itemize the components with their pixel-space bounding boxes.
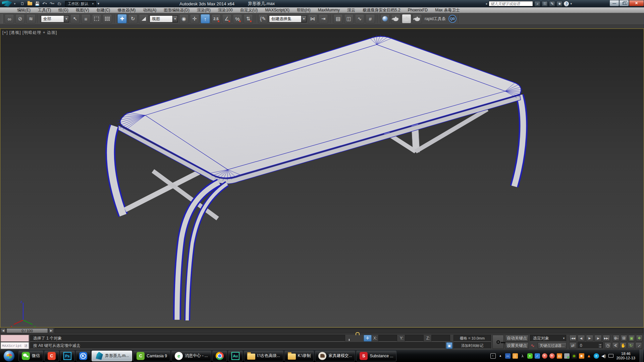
zoom-extents-all-icon[interactable]: ❖ <box>636 335 643 342</box>
selection-region-icon[interactable] <box>92 14 101 23</box>
angle-snap-icon[interactable]: ∠ <box>222 14 231 23</box>
track-bar[interactable] <box>54 328 643 333</box>
bind-to-spacewarp-icon[interactable]: ≋ <box>26 14 36 23</box>
taskbar-clock[interactable]: 18:46 2020-12-13 <box>616 352 635 360</box>
redo-icon[interactable]: ↷▾ <box>48 1 56 7</box>
taskbar-item[interactable]: S Substance ... <box>356 351 396 361</box>
table-top[interactable] <box>117 35 523 184</box>
previous-frame-icon[interactable]: ◀| <box>578 335 585 342</box>
restore-button[interactable] <box>619 0 629 6</box>
security-blue-icon[interactable]: ✓ <box>535 353 540 359</box>
z-coord-field[interactable] <box>431 335 450 342</box>
subscription-key-icon[interactable]: ⚿ <box>542 1 548 7</box>
usb-orange-icon[interactable]: ▯ <box>513 353 518 359</box>
layer-manager-icon[interactable]: ▤ <box>333 14 343 23</box>
help-dropdown-icon[interactable]: ▾ <box>570 2 572 5</box>
antivirus-red2-icon[interactable]: ✕ <box>549 353 555 359</box>
go-to-end-icon[interactable]: ▶▶| <box>603 335 610 342</box>
workspace-flyout-icon[interactable]: ▼ <box>97 2 100 5</box>
keyboard-tray-icon[interactable]: ⌗ <box>490 353 496 359</box>
taskbar-item[interactable]: Ps <box>60 351 75 361</box>
menu-item[interactable]: 帮助(H) <box>293 7 314 13</box>
perspective-viewport[interactable]: z x y [+] [透视] [明暗处理 + 边面] <box>0 28 644 327</box>
select-and-scale-icon[interactable] <box>139 14 148 23</box>
select-object-icon[interactable]: ↖ <box>70 14 80 23</box>
favorites-star-icon[interactable]: ★ <box>556 1 562 7</box>
taskbar-item[interactable]: C <box>44 351 59 361</box>
time-slider-handle[interactable]: 0 / 100 <box>6 328 48 333</box>
menu-item[interactable]: 创建(C) <box>93 7 114 13</box>
network-display-icon[interactable] <box>608 354 613 358</box>
unlink-selection-icon[interactable]: ⊘ <box>15 14 25 23</box>
maxscript-mini-listener-pink[interactable] <box>1 335 29 342</box>
app-logo-icon[interactable] <box>2 1 12 7</box>
absolute-mode-transform-icon[interactable]: ✛ <box>364 335 372 342</box>
taskbar-item[interactable]: Au <box>228 351 243 361</box>
remote-blue-icon[interactable]: cnx <box>505 353 511 359</box>
viewport-label[interactable]: [+] [透视] [明暗处理 + 边面] <box>2 30 57 36</box>
snaps-toggle-icon[interactable]: 2.5 <box>211 14 221 23</box>
flame-icon[interactable]: ▲ <box>586 353 592 359</box>
menu-item[interactable]: 图形编辑器(D) <box>160 7 193 13</box>
named-selection-sets-combo[interactable]: 创建选择集 ▼ <box>269 15 307 22</box>
play-animation-icon[interactable]: ▶ <box>586 335 593 342</box>
menu-item[interactable]: MAXScript(X) <box>261 7 293 13</box>
select-and-rotate-icon[interactable]: ↻ <box>128 14 138 23</box>
taskbar-item[interactable]: 异形茶几.m... <box>92 351 132 361</box>
orbit-icon[interactable]: ↻ <box>628 342 634 349</box>
viewport-3d-canvas[interactable]: z x y <box>0 29 644 327</box>
go-to-start-icon[interactable]: |◀◀ <box>569 335 577 342</box>
menu-item[interactable]: 动画(A) <box>139 7 160 13</box>
menu-item[interactable]: 极速瘦身安全归档5.2 <box>359 7 404 13</box>
select-and-manipulate-icon[interactable]: ✢ <box>190 14 199 23</box>
previous-frame-arrow-icon[interactable]: ◀ <box>1 328 6 333</box>
pdf-gray-icon[interactable]: λ <box>520 353 525 359</box>
qr-render-button[interactable]: QR <box>448 15 457 23</box>
menu-item[interactable]: 渲云 <box>343 7 359 13</box>
toolbar-drag-handle[interactable] <box>1 14 3 23</box>
show-desktop-button[interactable] <box>640 350 643 362</box>
antivirus-red-icon[interactable]: ✕ <box>542 353 547 359</box>
window-crossing-icon[interactable] <box>103 14 112 23</box>
ribbon-toggle-icon[interactable]: ◫ <box>344 14 354 23</box>
volume-icon[interactable]: ◀) <box>601 353 606 359</box>
undo-icon[interactable]: ↶▾ <box>41 1 48 7</box>
menu-item[interactable]: 组(G) <box>55 7 72 13</box>
y-coord-field[interactable] <box>405 335 424 342</box>
menu-item[interactable]: MaxMummy <box>314 7 343 13</box>
taskbar-item[interactable]: e 消息中心 - ... <box>171 351 211 361</box>
pan-view-icon[interactable]: ✋ <box>620 342 627 349</box>
rendered-frame-window-icon[interactable] <box>402 14 411 23</box>
menu-item[interactable]: 编辑(E) <box>13 7 34 13</box>
add-time-tag[interactable]: 添加时间标记 <box>453 342 491 349</box>
render-setup-icon[interactable] <box>391 14 400 23</box>
key-filters-button[interactable]: 关键点过滤器... <box>538 342 567 349</box>
maxscript-mini-listener-white[interactable]: MAXScript 迷 <box>1 342 29 349</box>
use-pivot-center-icon[interactable]: ◉ <box>179 14 189 23</box>
curve-editor-icon[interactable]: ∿ <box>355 14 364 23</box>
eset-blue-icon[interactable]: e <box>594 353 599 359</box>
toggle-key-mode-icon[interactable] <box>492 335 504 349</box>
key-target-combo[interactable]: 选定对象 ▼ <box>530 335 566 342</box>
time-configuration-icon[interactable]: ◷ <box>604 342 611 349</box>
field-of-view-icon[interactable]: ∢ <box>612 342 619 349</box>
keyboard-shortcut-override-icon[interactable]: ↑ <box>201 14 210 23</box>
search-input[interactable] <box>489 1 533 6</box>
default-in-out-tangent-icon[interactable]: ∿ <box>531 343 535 348</box>
taskbar-item[interactable]: 家具建模交... <box>315 351 355 361</box>
search-icon[interactable]: ⌕ <box>534 1 540 7</box>
select-and-move-icon[interactable]: ✚ <box>117 14 127 23</box>
taskbar-item[interactable]: K <box>76 351 91 361</box>
schematic-view-icon[interactable]: # <box>366 14 375 23</box>
selection-filter-combo[interactable]: 全部 ▼ <box>41 15 69 22</box>
minimize-button[interactable]: — <box>609 0 619 6</box>
edit-named-selection-sets-icon[interactable]: {✎ <box>258 14 268 23</box>
reference-coord-combo[interactable]: 视图 ▼ <box>150 15 178 22</box>
x-coord-field[interactable] <box>378 335 397 342</box>
material-editor-icon[interactable] <box>380 14 390 23</box>
wechat-tray-icon[interactable]: ● <box>527 353 533 359</box>
select-by-name-icon[interactable]: ≡ <box>81 14 91 23</box>
frame-spinner[interactable]: ▲▼ <box>598 344 602 348</box>
start-button[interactable] <box>3 350 15 362</box>
project-folder-icon[interactable]: 🗀 <box>56 1 63 7</box>
